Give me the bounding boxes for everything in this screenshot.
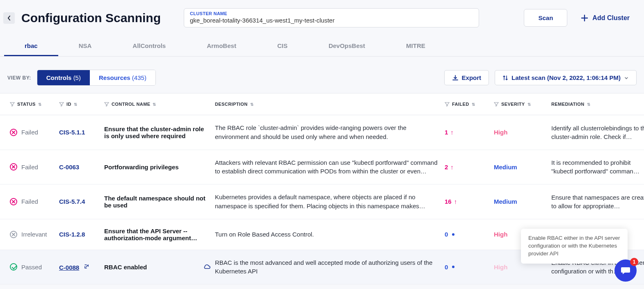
table-row[interactable]: FailedCIS-5.7.4The default namespace sho…: [0, 184, 644, 219]
description-cell: Kubernetes provides a default namespace,…: [215, 193, 445, 211]
tab-armobest[interactable]: ArmoBest: [186, 36, 257, 56]
filter-icon: [445, 102, 450, 107]
status-cell: Irrelevant: [10, 231, 59, 238]
viewby-resources-button[interactable]: Resources (435): [90, 70, 155, 85]
description-cell: The RBAC role `cluster-admin` provides w…: [215, 123, 445, 141]
page-title: Configuration Scanning: [21, 11, 161, 25]
external-link-icon[interactable]: [83, 263, 90, 270]
failed-icon: [10, 129, 17, 136]
failed-icon: [10, 163, 17, 171]
add-cluster-button[interactable]: Add Cluster: [574, 9, 637, 27]
status-cell: Passed: [10, 263, 59, 271]
export-button[interactable]: Export: [444, 70, 489, 85]
trend-up-icon: ↑: [454, 198, 457, 205]
plus-icon: [581, 14, 588, 22]
cluster-name-value: gke_boreal-totality-366314_us-west1_my-t…: [190, 17, 473, 24]
filter-icon: [59, 102, 64, 107]
sort-icon: [502, 75, 508, 81]
tab-cis[interactable]: CIS: [257, 36, 308, 56]
scan-button[interactable]: Scan: [524, 9, 567, 27]
scan-history-select[interactable]: Latest scan (Nov 2, 2022, 1:06:14 PM): [495, 70, 637, 85]
framework-tabs: rbacNSAAllControlsArmoBestCISDevOpsBestM…: [0, 36, 644, 57]
cluster-name-field[interactable]: CLUSTER NAME gke_boreal-totality-366314_…: [184, 8, 479, 27]
trend-up-icon: ↑: [450, 129, 454, 136]
add-cluster-label: Add Cluster: [592, 14, 630, 22]
severity-cell: Medium: [494, 164, 551, 171]
col-id[interactable]: ID⇅: [59, 102, 104, 107]
failed-count: 0: [445, 264, 494, 271]
control-id-link[interactable]: C-0088: [59, 263, 104, 271]
tab-nsa[interactable]: NSA: [58, 36, 112, 56]
status-cell: Failed: [10, 198, 59, 205]
failed-count: 0: [445, 231, 494, 238]
download-icon: [452, 75, 459, 81]
failed-count: 2↑: [445, 164, 494, 171]
failed-count: 1↑: [445, 129, 494, 136]
control-id-link[interactable]: CIS-5.7.4: [59, 198, 104, 205]
control-id-link[interactable]: CIS-1.2.8: [59, 231, 104, 238]
description-cell: Attackers with relevant RBAC permission …: [215, 158, 445, 176]
col-description[interactable]: DESCRIPTION⇅: [215, 102, 445, 107]
passed-icon: [10, 263, 17, 271]
description-cell: Turn on Role Based Access Control.: [215, 230, 445, 239]
severity-cell: High: [494, 264, 551, 271]
tab-rbac[interactable]: rbac: [4, 36, 58, 56]
filter-icon: [104, 102, 109, 107]
table-header: STATUS⇅ ID⇅ CONTROL NAME⇅ DESCRIPTION⇅ F…: [0, 93, 644, 115]
trend-dot-icon: [452, 266, 454, 268]
control-name: Ensure that the API Server --authorizati…: [104, 228, 215, 241]
chevron-left-icon: [7, 15, 11, 21]
failed-icon: [10, 198, 17, 205]
remediation-cell: Ensure that namespaces are created to al…: [551, 193, 644, 210]
tab-allcontrols[interactable]: AllControls: [112, 36, 186, 56]
status-text: Failed: [21, 129, 38, 136]
cloud-icon: [203, 263, 211, 271]
chat-badge: 1: [630, 258, 638, 266]
trend-dot-icon: [452, 233, 454, 236]
control-name: The default namespace should not be used: [104, 195, 215, 209]
viewby-segmented: Controls (5) Resources (435): [37, 70, 156, 86]
remediation-cell: It is recommended to prohibit "kubectl p…: [551, 158, 644, 175]
viewby-label: VIEW BY:: [7, 75, 31, 81]
control-name: RBAC enabled: [104, 263, 215, 271]
control-id-link[interactable]: CIS-5.1.1: [59, 129, 104, 136]
remediation-cell: Identify all clusterrolebindings to the …: [551, 124, 644, 141]
back-button[interactable]: [3, 12, 15, 24]
severity-cell: Medium: [494, 198, 551, 205]
status-text: Passed: [21, 264, 42, 271]
status-cell: Failed: [10, 129, 59, 136]
remediation-tooltip: Enable RBAC either in the API server con…: [521, 229, 628, 264]
failed-count: 16↑: [445, 198, 494, 205]
cluster-name-label: CLUSTER NAME: [190, 11, 473, 16]
tab-mitre[interactable]: MITRE: [386, 36, 446, 56]
col-failed[interactable]: FAILED⇅: [445, 102, 494, 107]
trend-up-icon: ↑: [450, 164, 454, 171]
status-cell: Failed: [10, 163, 59, 171]
chat-icon: [620, 265, 631, 276]
filter-icon: [494, 102, 499, 107]
chat-widget[interactable]: 1: [614, 259, 637, 282]
control-name: Portforwarding privileges: [104, 164, 215, 171]
status-text: Irrelevant: [21, 231, 47, 238]
irrelevant-icon: [10, 231, 17, 238]
col-status[interactable]: STATUS⇅: [10, 102, 59, 107]
tab-devopsbest[interactable]: DevOpsBest: [308, 36, 386, 56]
table-row[interactable]: FailedCIS-5.1.1Ensure that the cluster-a…: [0, 115, 644, 150]
status-text: Failed: [21, 198, 38, 205]
col-remediation[interactable]: REMEDIATION⇅: [551, 102, 644, 107]
col-severity[interactable]: SEVERITY⇅: [494, 102, 551, 107]
filter-icon: [10, 102, 15, 107]
description-cell: RBAC is the most advanced and well accep…: [215, 258, 445, 276]
viewby-controls-button[interactable]: Controls (5): [37, 70, 90, 85]
chevron-down-icon: [624, 75, 629, 80]
control-id-link[interactable]: C-0063: [59, 164, 104, 171]
table-row[interactable]: FailedC-0063Portforwarding privilegesAtt…: [0, 150, 644, 185]
col-control-name[interactable]: CONTROL NAME⇅: [104, 102, 215, 107]
severity-cell: High: [494, 129, 551, 136]
status-text: Failed: [21, 164, 38, 171]
control-name: Ensure that the cluster-admin role is on…: [104, 125, 215, 139]
